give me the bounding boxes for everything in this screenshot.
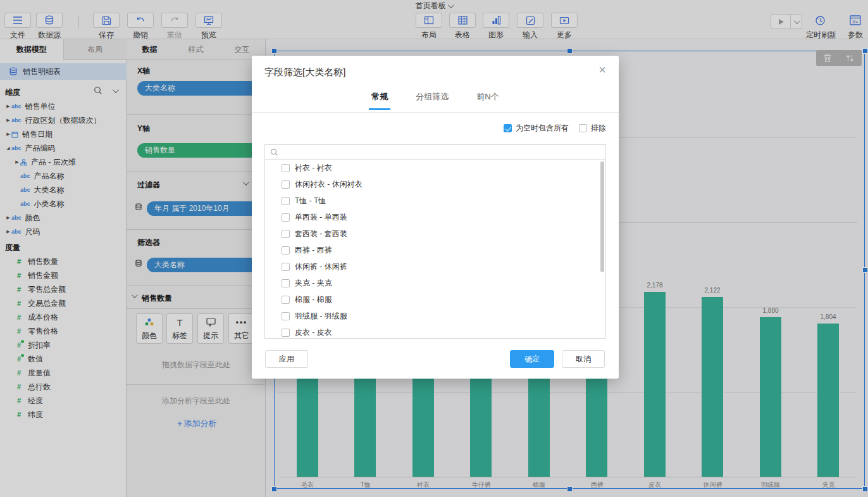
filter-pill[interactable]: 年月 属于 2010年10月	[147, 201, 263, 216]
undo-button[interactable]: 撤销	[127, 13, 154, 41]
board-title[interactable]: 首页看板	[0, 1, 868, 9]
value-checkbox[interactable]	[282, 213, 290, 222]
dimension-item[interactable]: ▶abc尺码	[0, 225, 127, 239]
measure-item[interactable]: #销售金额	[0, 268, 127, 282]
bar-休闲裤[interactable]	[702, 297, 723, 477]
play-icon[interactable]	[771, 15, 790, 28]
selector-pill[interactable]: 大类名称	[147, 258, 263, 272]
measure-item[interactable]: #成本价格	[0, 310, 127, 324]
tab-style[interactable]: 样式	[173, 39, 219, 60]
measure-item[interactable]: #零售总金额	[0, 282, 127, 296]
dialog-value-item[interactable]: 单西装 - 单西装	[265, 209, 605, 225]
close-icon[interactable]: ×	[598, 63, 606, 76]
dialog-value-item[interactable]: 棉服 - 棉服	[265, 291, 605, 308]
dimension-item[interactable]: ▶abc行政区划（数据级次）	[0, 113, 127, 127]
value-checkbox[interactable]	[282, 230, 290, 238]
chart-button[interactable]: 图形	[482, 13, 510, 41]
file-button[interactable]: 文件	[4, 13, 32, 41]
cancel-button[interactable]: 取消	[562, 350, 605, 368]
measure-item[interactable]: #总行数	[0, 380, 127, 394]
dimension-item[interactable]: abc大类名称	[0, 183, 127, 197]
run-dropdown-chevron-icon[interactable]	[790, 15, 802, 28]
tooltip-button[interactable]: 提示	[197, 313, 224, 344]
save-button[interactable]: 保存	[92, 13, 120, 41]
tree-collapsed-icon[interactable]: ▶	[5, 118, 11, 123]
dialog-value-item[interactable]: 休闲衬衣 - 休闲衬衣	[265, 176, 605, 192]
preview-button[interactable]: 预览	[195, 13, 223, 41]
tree-collapsed-icon[interactable]: ▶	[14, 160, 20, 165]
value-checkbox[interactable]	[282, 263, 290, 271]
measure-item[interactable]: #经度	[0, 394, 127, 408]
timer-refresh-button[interactable]: 定时刷新	[806, 13, 834, 41]
measure-item[interactable]: #零售价格	[0, 324, 127, 338]
swap-icon[interactable]	[845, 54, 855, 63]
selection-handle[interactable]	[862, 48, 868, 54]
color-button[interactable]: 颜色	[136, 313, 163, 344]
tab-data[interactable]: 数据	[127, 39, 173, 60]
dialog-value-item[interactable]: 羽绒服 - 羽绒服	[265, 308, 605, 324]
value-checkbox[interactable]	[282, 312, 290, 320]
other-button[interactable]: ••• 其它	[228, 313, 255, 344]
y-axis-pill[interactable]: 销售数量	[137, 143, 263, 158]
value-checkbox[interactable]	[282, 180, 290, 189]
dataset-row[interactable]: 销售明细表	[0, 63, 127, 80]
dialog-tab-group-filter[interactable]: 分组筛选	[416, 91, 449, 110]
label-button[interactable]: T 标签	[166, 313, 193, 344]
table-button[interactable]: 表格	[449, 13, 476, 41]
input-button[interactable]: 输入	[516, 13, 544, 41]
dialog-value-item[interactable]: 夹克 - 夹克	[265, 275, 605, 291]
measure-item[interactable]: #销售数量	[0, 255, 127, 268]
dimension-item[interactable]: ◢abc产品编码	[0, 141, 127, 155]
dimension-item[interactable]: ▶产品 - 层次维	[0, 155, 127, 169]
selection-handle[interactable]	[271, 486, 277, 492]
search-icon[interactable]	[94, 86, 102, 95]
selection-handle[interactable]	[271, 48, 277, 54]
dialog-value-item[interactable]: 休闲裤 - 休闲裤	[265, 258, 605, 275]
dimension-item[interactable]: abc小类名称	[0, 197, 127, 211]
list-scrollbar[interactable]	[600, 161, 604, 272]
dialog-value-item[interactable]: 衬衣 - 衬衣	[265, 160, 605, 176]
selection-handle[interactable]	[567, 48, 573, 54]
dialog-tab-top-n[interactable]: 前N个	[476, 91, 499, 110]
dimension-item[interactable]: ▶abc销售单位	[0, 99, 127, 113]
exclude-checkbox-item[interactable]: 排除	[579, 123, 606, 134]
bar-羽绒服[interactable]	[760, 317, 781, 477]
dialog-value-item[interactable]: T恤 - T恤	[265, 192, 605, 209]
apply-button[interactable]: 应用	[265, 350, 308, 368]
tree-expanded-icon[interactable]: ◢	[5, 146, 11, 151]
bar-皮衣[interactable]	[644, 292, 666, 477]
value-checkbox[interactable]	[282, 164, 290, 172]
run-split-button[interactable]	[771, 14, 802, 29]
dialog-value-item[interactable]: 西裤 - 西裤	[265, 242, 605, 258]
search-input[interactable]	[282, 146, 605, 158]
measure-item[interactable]: #数值	[0, 352, 127, 366]
selection-handle[interactable]	[862, 267, 868, 273]
value-checkbox[interactable]	[282, 197, 290, 205]
dimensions-chevron-down-icon[interactable]	[113, 87, 119, 93]
trash-icon[interactable]	[823, 53, 832, 63]
dialog-tab-regular[interactable]: 常规	[371, 91, 388, 110]
include-all-checkbox[interactable]	[504, 124, 512, 132]
more-button[interactable]: 更多	[550, 13, 578, 41]
tree-collapsed-icon[interactable]: ▶	[5, 132, 11, 137]
tab-layout[interactable]: 布局	[64, 39, 127, 60]
tree-collapsed-icon[interactable]: ▶	[5, 229, 11, 234]
bar-夹克[interactable]	[817, 324, 839, 477]
parameter-button[interactable]: X= 参数	[841, 13, 868, 41]
selection-handle[interactable]	[567, 486, 573, 492]
measure-item[interactable]: #交易总金额	[0, 296, 127, 310]
selection-handle[interactable]	[862, 486, 868, 492]
dimension-item[interactable]: abc产品名称	[0, 169, 127, 183]
value-checkbox[interactable]	[282, 296, 290, 304]
measure-item[interactable]: #折扣率	[0, 338, 127, 352]
value-checkbox[interactable]	[282, 246, 290, 255]
tree-collapsed-icon[interactable]: ▶	[5, 104, 11, 109]
tab-data-model[interactable]: 数据模型	[0, 39, 64, 60]
filter-chevron-down-icon[interactable]	[243, 179, 249, 186]
dimension-item[interactable]: ▶销售日期	[0, 127, 127, 141]
redo-button[interactable]: 重做	[161, 13, 189, 41]
add-analysis-link[interactable]: ＋添加分析	[127, 418, 266, 429]
ok-button[interactable]: 确定	[510, 350, 554, 368]
measure-item[interactable]: #纬度	[0, 408, 127, 422]
value-checkbox[interactable]	[282, 329, 290, 337]
